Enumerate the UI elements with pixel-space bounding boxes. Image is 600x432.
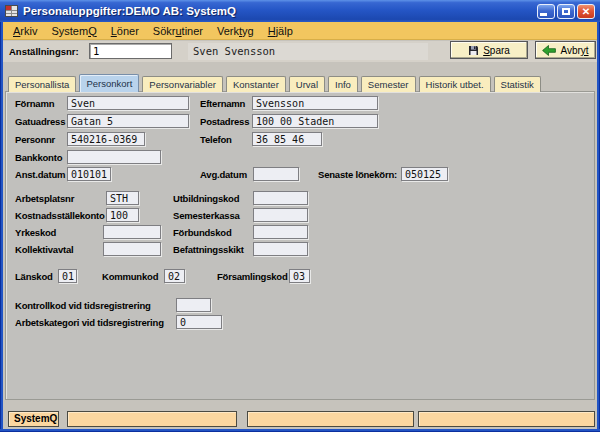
kommunkod-label: Kommunkod bbox=[102, 271, 158, 282]
cancel-button[interactable]: Avbryt bbox=[535, 41, 596, 59]
employment-number-label: Anställningsnr: bbox=[9, 46, 79, 57]
postadress-field[interactable]: 100 00 Staden bbox=[252, 114, 378, 128]
fornamn-label: Förnamn bbox=[15, 98, 54, 109]
utbildningskod-field[interactable] bbox=[253, 191, 308, 205]
maximize-button[interactable] bbox=[557, 4, 575, 19]
tab-historik-utbet[interactable]: Historik utbet. bbox=[419, 76, 491, 92]
kommunkod-field[interactable]: 02 bbox=[164, 269, 185, 283]
tab-personvariabler[interactable]: Personvariabler bbox=[142, 76, 223, 92]
employee-name-display: Sven Svensson bbox=[188, 43, 428, 60]
tab-info[interactable]: Info bbox=[328, 76, 358, 92]
gatuadress-label: Gatuadress bbox=[15, 116, 65, 127]
befattningsskikt-label: Befattningsskikt bbox=[173, 244, 244, 255]
arbetsplatsnr-label: Arbetsplatsnr bbox=[15, 193, 74, 204]
kostnadsstallekonto-label: Kostnadsställekonto bbox=[15, 210, 105, 221]
arbetskategori-field[interactable]: 0 bbox=[176, 315, 222, 329]
yrkeskod-label: Yrkeskod bbox=[15, 227, 56, 238]
befattningsskikt-field[interactable] bbox=[253, 242, 308, 256]
employment-number-input[interactable] bbox=[89, 43, 172, 59]
window-title: Personaluppgifter:DEMO AB: SystemQ bbox=[23, 5, 537, 17]
tab-semester[interactable]: Semester bbox=[361, 76, 416, 92]
avgdatum-field[interactable] bbox=[253, 167, 299, 181]
lanskod-field[interactable]: 01 bbox=[58, 269, 77, 283]
green-left-arrow-icon bbox=[542, 45, 556, 56]
forsamlingskod-label: Församlingskod bbox=[217, 271, 288, 282]
telefon-label: Telefon bbox=[200, 134, 232, 145]
minimize-icon bbox=[540, 13, 547, 16]
kollektivavtal-field[interactable] bbox=[103, 242, 161, 256]
forbundskod-field[interactable] bbox=[253, 225, 308, 239]
telefon-field[interactable]: 36 85 46 bbox=[252, 132, 322, 146]
gatuadress-field[interactable]: Gatan 5 bbox=[67, 114, 189, 128]
menu-item-sokrutiner[interactable]: Sökrutiner bbox=[148, 25, 208, 37]
efternamn-field[interactable]: Svensson bbox=[252, 96, 378, 110]
personnr-label: Personnr bbox=[15, 134, 55, 145]
menu-item-hjalp[interactable]: Hjälp bbox=[263, 25, 298, 37]
statusbar-panel-1 bbox=[67, 411, 237, 427]
menu-item-verktyg[interactable]: Verktyg bbox=[212, 25, 259, 37]
tab-personkort[interactable]: Personkort bbox=[79, 74, 139, 92]
statusbar-panel-3 bbox=[418, 411, 595, 427]
fornamn-field[interactable]: Sven bbox=[67, 96, 189, 110]
tab-konstanter[interactable]: Konstanter bbox=[226, 76, 286, 92]
maximize-icon bbox=[562, 8, 570, 15]
close-button[interactable]: ✕ bbox=[577, 4, 595, 19]
statusbar-app-box: SystemQ bbox=[8, 411, 59, 427]
personkort-panel: Förnamn Sven Efternamn Svensson Gatuadre… bbox=[5, 91, 595, 400]
floppy-disk-icon bbox=[468, 45, 479, 56]
postadress-label: Postadress bbox=[200, 116, 249, 127]
anstdatum-field[interactable]: 010101 bbox=[67, 167, 111, 181]
bankkonto-label: Bankkonto bbox=[15, 152, 62, 163]
senaste-lonekorn-field[interactable]: 050125 bbox=[401, 167, 448, 181]
tab-urval[interactable]: Urval bbox=[289, 76, 325, 92]
semesterkassa-label: Semesterkassa bbox=[173, 210, 240, 221]
lanskod-label: Länskod bbox=[15, 271, 53, 282]
title-bar: Personaluppgifter:DEMO AB: SystemQ ✕ bbox=[0, 0, 600, 22]
statusbar-panel-2 bbox=[247, 411, 414, 427]
window-border-left bbox=[0, 22, 3, 432]
app-grid-icon[interactable] bbox=[5, 5, 18, 17]
semesterkassa-field[interactable] bbox=[253, 208, 308, 222]
arbetsplatsnr-field[interactable]: STH bbox=[106, 191, 139, 205]
menu-item-loner[interactable]: Löner bbox=[106, 25, 144, 37]
senaste-lonekorn-label: Senaste lönekörn: bbox=[318, 169, 397, 180]
avgdatum-label: Avg.datum bbox=[200, 169, 247, 180]
tab-statistik[interactable]: Statistik bbox=[494, 76, 541, 92]
kontrollkod-field[interactable] bbox=[176, 298, 211, 312]
close-icon: ✕ bbox=[582, 6, 590, 17]
kontrollkod-label: Kontrollkod vid tidsregistrering bbox=[15, 300, 151, 311]
menu-item-systemq[interactable]: SystemQ bbox=[46, 25, 101, 37]
menu-bar: Arkiv SystemQ Löner Sökrutiner Verktyg H… bbox=[3, 22, 597, 40]
personnr-field[interactable]: 540216-0369 bbox=[67, 132, 145, 146]
menu-item-arkiv[interactable]: Arkiv bbox=[8, 25, 42, 37]
save-button[interactable]: Spara bbox=[450, 41, 528, 59]
minimize-button[interactable] bbox=[537, 4, 555, 19]
toolbar: Anställningsnr: Sven Svensson Spara Avbr… bbox=[3, 41, 597, 62]
anstdatum-label: Anst.datum bbox=[15, 169, 65, 180]
utbildningskod-label: Utbildningskod bbox=[173, 193, 239, 204]
app-window: Personaluppgifter:DEMO AB: SystemQ ✕ Ark… bbox=[0, 0, 600, 432]
arbetskategori-label: Arbetskategori vid tidsregistrering bbox=[15, 317, 164, 328]
tab-strip: Personallista Personkort Personvariabler… bbox=[8, 74, 544, 92]
bankkonto-field[interactable] bbox=[67, 150, 161, 164]
efternamn-label: Efternamn bbox=[200, 98, 245, 109]
forbundskod-label: Förbundskod bbox=[173, 227, 232, 238]
yrkeskod-field[interactable] bbox=[103, 225, 161, 239]
forsamlingskod-field[interactable]: 03 bbox=[289, 269, 310, 283]
kostnadsstallekonto-field[interactable]: 100 bbox=[106, 208, 139, 222]
kollektivavtal-label: Kollektivavtal bbox=[15, 244, 73, 255]
tab-personallista[interactable]: Personallista bbox=[8, 76, 76, 92]
